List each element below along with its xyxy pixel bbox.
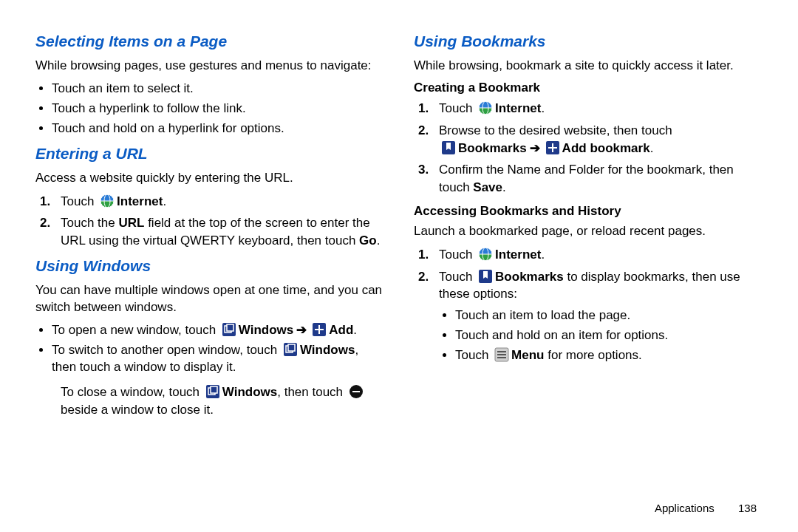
bullet-list: Touch an item to select it. Touch a hype… [35, 81, 384, 137]
svg-rect-33 [497, 354, 506, 355]
globe-icon [478, 247, 493, 262]
arrow-icon: ➔ [296, 323, 307, 337]
svg-rect-6 [227, 324, 233, 331]
bold-text: Add bookmark [562, 141, 650, 155]
bold-text: Windows [239, 323, 293, 337]
paragraph: While browsing, bookmark a site to quick… [414, 58, 763, 75]
bold-text: Go [359, 233, 377, 248]
step: Browse to the desired website, then touc… [414, 122, 763, 157]
list-item: Touch an item to load the page. [455, 307, 763, 324]
step: Touch Internet. [414, 246, 763, 264]
text: for more options. [544, 348, 641, 362]
manual-page: Selecting Items on a Page While browsing… [0, 0, 798, 423]
subheading-accessing-bookmarks: Accessing Bookmarks and History [414, 204, 763, 219]
list-item: Touch an item to select it. [52, 81, 384, 98]
bullet-list: Touch an item to load the page. Touch an… [439, 307, 763, 364]
bookmark-icon [478, 269, 493, 284]
step-text: Touch the [61, 216, 118, 230]
globe-icon [478, 100, 493, 115]
close-circle-icon [349, 384, 364, 399]
bold-text: Bookmarks [458, 141, 527, 155]
bold-text: Internet [117, 194, 163, 208]
step-text: Touch [61, 194, 98, 208]
bold-text: Windows [222, 385, 277, 399]
paragraph: Access a website quickly by entering the… [35, 170, 384, 187]
step-text: . [163, 194, 166, 208]
step-text: . [541, 101, 545, 115]
footer-page-number: 138 [738, 502, 757, 514]
list-item: To open a new window, touch Windows➔Add. [52, 322, 384, 339]
heading-selecting-items: Selecting Items on a Page [35, 33, 384, 50]
text: , then touch [277, 385, 347, 399]
text: Touch [455, 348, 492, 362]
menu-icon [494, 347, 509, 362]
paragraph: You can have multiple windows open at on… [35, 282, 384, 316]
svg-rect-12 [288, 344, 295, 351]
heading-using-bookmarks: Using Bookmarks [414, 33, 763, 50]
step-text: Browse to the desired website, then touc… [439, 123, 672, 137]
step: Touch Internet. [35, 193, 384, 211]
windows-icon [205, 384, 220, 399]
list-item: Touch a hyperlink to follow the link. [52, 100, 384, 117]
bold-text: Menu [511, 348, 544, 362]
step: Touch Internet. [414, 100, 763, 117]
list-item: To switch to another open window, touch … [52, 342, 384, 376]
subheading-creating-bookmark: Creating a Bookmark [414, 81, 763, 95]
step-text: . [650, 141, 654, 155]
text: To close a window, touch [61, 385, 203, 399]
step: Confirm the Name and Folder for the book… [414, 161, 763, 197]
numbered-list: Touch Internet. Touch the URL field at t… [35, 193, 384, 250]
right-column: Using Bookmarks While browsing, bookmark… [414, 28, 763, 423]
step: Touch the URL field at the top of the sc… [35, 214, 384, 250]
bold-text: Add [329, 323, 353, 337]
page-footer: Applications 138 [655, 502, 757, 514]
bold-text: Bookmarks [495, 270, 564, 284]
left-column: Selecting Items on a Page While browsing… [35, 28, 384, 423]
heading-entering-url: Entering a URL [35, 145, 384, 163]
windows-icon [283, 342, 298, 357]
text: To switch to another open window, touch [52, 343, 281, 357]
svg-rect-25 [548, 147, 557, 149]
text: beside a window to close it. [61, 403, 214, 417]
step-text: Touch [439, 270, 476, 284]
bold-text: Internet [495, 248, 541, 262]
heading-using-windows: Using Windows [35, 257, 384, 275]
text: . [353, 323, 357, 337]
svg-rect-15 [211, 386, 217, 393]
bookmark-icon [441, 140, 456, 155]
step: Touch Bookmarks to display bookmarks, th… [414, 268, 763, 364]
list-item: Touch Menu for more options. [455, 347, 763, 364]
text: To open a new window, touch [52, 323, 219, 337]
bold-text: Save [473, 180, 502, 194]
numbered-list: Touch Internet. Browse to the desired we… [414, 100, 763, 197]
list-item: Touch and hold on an item for options. [455, 327, 763, 344]
paragraph: While browsing pages, use gestures and m… [35, 58, 384, 75]
list-item: Touch and hold on a hyperlink for option… [52, 120, 384, 137]
bold-text: Windows [300, 343, 355, 357]
bold-text: Internet [495, 101, 541, 115]
step-text: . [377, 233, 381, 248]
bold-text: URL [118, 216, 144, 230]
numbered-list: Touch Internet. Touch Bookmarks to displ… [414, 246, 763, 364]
add-icon [545, 140, 560, 155]
svg-rect-34 [497, 357, 506, 358]
step-text: . [502, 180, 506, 194]
step-text: Touch [439, 101, 476, 115]
sub-item: To close a window, touch Windows, then t… [35, 383, 384, 419]
add-icon [312, 322, 327, 337]
bullet-list: To open a new window, touch Windows➔Add.… [35, 322, 384, 376]
svg-rect-32 [497, 351, 506, 352]
svg-rect-9 [315, 329, 324, 330]
paragraph: Launch a bookmarked page, or reload rece… [414, 223, 763, 240]
windows-icon [222, 322, 236, 337]
arrow-icon: ➔ [530, 141, 540, 155]
svg-rect-17 [352, 391, 360, 392]
step-text: Touch [439, 248, 476, 262]
step-text: . [541, 248, 545, 262]
globe-icon [100, 194, 115, 208]
footer-section: Applications [655, 502, 715, 514]
